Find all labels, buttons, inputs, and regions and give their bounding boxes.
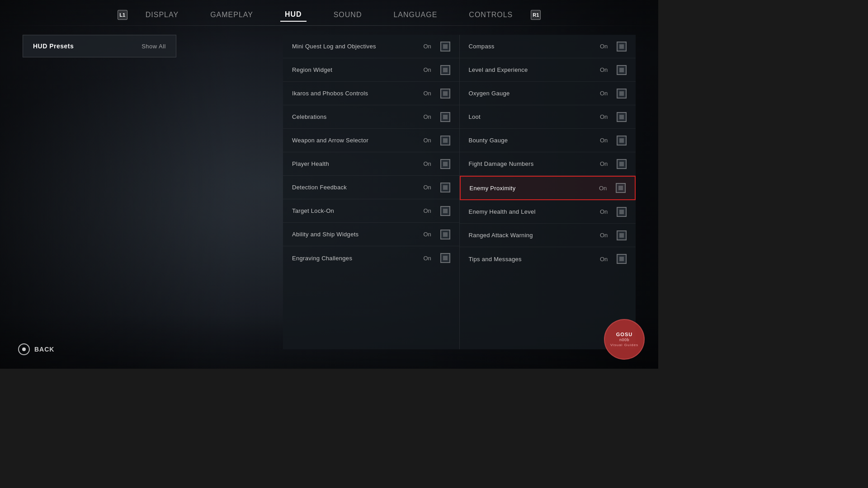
setting-value-4: On [600, 137, 611, 144]
setting-row-2[interactable]: Ikaros and Phobos ControlsOn [283, 82, 459, 105]
setting-name-8: Ability and Ship Widgets [292, 231, 424, 238]
setting-checkbox-6[interactable] [616, 183, 626, 193]
setting-name-6: Enemy Proximity [470, 185, 599, 192]
setting-row-9[interactable]: Engraving ChallengesOn [283, 246, 459, 270]
setting-checkbox-inner-4 [619, 138, 624, 143]
setting-row-0[interactable]: Mini Quest Log and ObjectivesOn [283, 35, 459, 58]
setting-value-3: On [600, 113, 611, 120]
setting-value-2: On [424, 90, 435, 97]
setting-name-1: Level and Experience [469, 66, 600, 73]
setting-row-2[interactable]: Oxygen GaugeOn [460, 82, 636, 105]
setting-name-9: Tips and Messages [469, 256, 600, 263]
setting-row-5[interactable]: Player HealthOn [283, 152, 459, 176]
nav-tab-gameplay[interactable]: Gameplay [206, 9, 258, 21]
setting-checkbox-inner-1 [619, 68, 624, 72]
right-trigger-badge[interactable]: R1 [531, 10, 541, 20]
setting-checkbox-inner-5 [619, 162, 624, 166]
setting-checkbox-inner-8 [619, 233, 624, 238]
setting-row-1[interactable]: Level and ExperienceOn [460, 58, 636, 82]
setting-checkbox-4[interactable] [440, 136, 450, 145]
setting-checkbox-2[interactable] [440, 89, 450, 99]
settings-left-column: Mini Quest Log and ObjectivesOnRegion Wi… [283, 35, 460, 349]
setting-checkbox-inner-9 [443, 256, 448, 260]
setting-checkbox-8[interactable] [617, 230, 627, 240]
setting-checkbox-inner-6 [443, 185, 448, 190]
setting-checkbox-5[interactable] [617, 159, 627, 169]
setting-name-7: Target Lock-On [292, 207, 424, 214]
setting-name-1: Region Widget [292, 66, 424, 73]
setting-checkbox-inner-9 [619, 257, 624, 261]
setting-row-8[interactable]: Ranged Attack WarningOn [460, 224, 636, 247]
setting-value-1: On [600, 66, 611, 73]
setting-value-5: On [600, 160, 611, 167]
setting-name-0: Mini Quest Log and Objectives [292, 43, 424, 50]
setting-checkbox-inner-2 [619, 91, 624, 96]
setting-checkbox-0[interactable] [617, 42, 627, 52]
setting-name-6: Detection Feedback [292, 184, 424, 191]
setting-name-0: Compass [469, 43, 600, 50]
setting-name-7: Enemy Health and Level [469, 208, 600, 215]
setting-value-9: On [600, 256, 611, 263]
nav-tab-language[interactable]: Language [389, 9, 442, 21]
main-content: L1 DisplayGameplayHUDSoundLanguageContro… [0, 0, 658, 369]
back-circle-icon [18, 343, 30, 355]
setting-value-7: On [600, 208, 611, 215]
setting-row-6[interactable]: Enemy ProximityOn [460, 176, 636, 200]
setting-name-8: Ranged Attack Warning [469, 232, 600, 239]
setting-checkbox-1[interactable] [617, 65, 627, 75]
nav-tab-display[interactable]: Display [141, 9, 183, 21]
settings-layout: HUD Presets Show All Mini Quest Log and … [0, 26, 658, 358]
setting-name-5: Fight Damage Numbers [469, 160, 600, 167]
back-label: BACK [34, 346, 54, 353]
setting-value-8: On [424, 231, 435, 238]
setting-value-9: On [424, 255, 435, 262]
settings-panel: Mini Quest Log and ObjectivesOnRegion Wi… [283, 35, 636, 349]
setting-checkbox-1[interactable] [440, 65, 450, 75]
setting-row-3[interactable]: LootOn [460, 105, 636, 129]
watermark-line2: n00b [619, 338, 629, 342]
setting-row-9[interactable]: Tips and MessagesOn [460, 247, 636, 271]
setting-checkbox-6[interactable] [440, 183, 450, 192]
setting-value-2: On [600, 90, 611, 97]
setting-row-6[interactable]: Detection FeedbackOn [283, 176, 459, 199]
setting-row-7[interactable]: Enemy Health and LevelOn [460, 200, 636, 224]
setting-row-5[interactable]: Fight Damage NumbersOn [460, 152, 636, 176]
setting-checkbox-0[interactable] [440, 42, 450, 52]
nav-tab-sound[interactable]: Sound [329, 9, 367, 21]
setting-value-5: On [424, 160, 435, 167]
setting-checkbox-9[interactable] [440, 253, 450, 263]
setting-checkbox-inner-1 [443, 68, 448, 72]
setting-checkbox-inner-5 [443, 162, 448, 166]
setting-name-5: Player Health [292, 160, 424, 167]
setting-row-4[interactable]: Bounty GaugeOn [460, 129, 636, 152]
setting-checkbox-8[interactable] [440, 230, 450, 239]
setting-name-9: Engraving Challenges [292, 255, 424, 262]
nav-tab-controls[interactable]: Controls [464, 9, 517, 21]
setting-checkbox-9[interactable] [617, 254, 627, 264]
watermark-sub: Visual Guides [610, 343, 638, 347]
setting-checkbox-inner-3 [619, 115, 624, 119]
nav-tab-hud[interactable]: HUD [280, 8, 307, 22]
setting-checkbox-3[interactable] [440, 112, 450, 122]
setting-row-0[interactable]: CompassOn [460, 35, 636, 58]
setting-checkbox-7[interactable] [617, 207, 627, 217]
setting-checkbox-inner-4 [443, 138, 448, 143]
back-button[interactable]: BACK [18, 343, 54, 355]
setting-value-6: On [424, 184, 435, 191]
setting-checkbox-7[interactable] [440, 206, 450, 216]
setting-row-1[interactable]: Region WidgetOn [283, 58, 459, 82]
setting-checkbox-inner-3 [443, 115, 448, 119]
setting-checkbox-4[interactable] [617, 136, 627, 145]
setting-row-3[interactable]: CelebrationsOn [283, 105, 459, 129]
setting-row-4[interactable]: Weapon and Arrow SelectorOn [283, 129, 459, 152]
setting-row-8[interactable]: Ability and Ship WidgetsOn [283, 223, 459, 246]
hud-presets-label: HUD Presets [33, 42, 74, 50]
setting-checkbox-3[interactable] [617, 112, 627, 122]
setting-checkbox-inner-0 [443, 44, 448, 49]
setting-value-8: On [600, 232, 611, 239]
show-all-button[interactable]: Show All [142, 43, 166, 50]
setting-checkbox-inner-2 [443, 91, 448, 96]
setting-checkbox-2[interactable] [617, 89, 627, 99]
setting-row-7[interactable]: Target Lock-OnOn [283, 199, 459, 223]
setting-checkbox-5[interactable] [440, 159, 450, 169]
